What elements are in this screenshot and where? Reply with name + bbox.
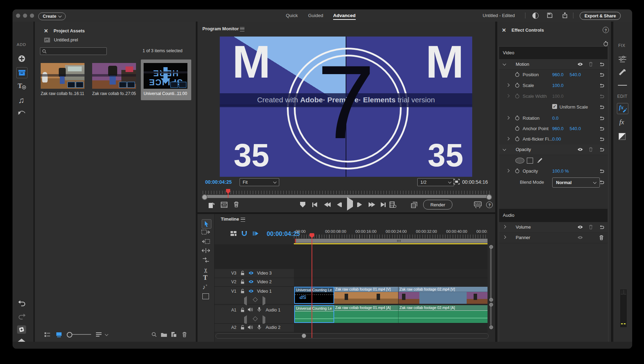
timeline-clip-video[interactable]: Zak raw collab footage 01.mp4 [V]: [334, 287, 399, 304]
music-remix-tool[interactable]: ♪+: [202, 284, 207, 291]
timeline-clip-audio[interactable]: Zak raw collab footage 01.mp4 [A]: [334, 305, 399, 323]
dual-monitor-icon[interactable]: [453, 179, 460, 184]
panel-menu-icon[interactable]: [240, 27, 244, 31]
asset-name[interactable]: Zak raw collab fo...: [41, 91, 76, 96]
frame-export-icon[interactable]: [221, 202, 227, 208]
zoom-level-dropdown[interactable]: Fit: [240, 178, 279, 186]
razor-tool[interactable]: ✂: [202, 266, 210, 273]
rate-stretch-tool[interactable]: [201, 257, 210, 263]
close-panel-icon[interactable]: ✕: [44, 28, 48, 34]
asset-thumbnail-selected[interactable]: SPLICE HERE: [144, 63, 187, 89]
anchor-x-value[interactable]: 960.0: [552, 126, 564, 131]
new-folder-icon[interactable]: [161, 332, 167, 337]
tab-quick[interactable]: Quick: [286, 13, 298, 18]
help-icon[interactable]: ?: [603, 27, 609, 33]
go-to-end-button[interactable]: [381, 202, 386, 207]
track-display-icon[interactable]: [231, 231, 236, 236]
keyframe-next-icon[interactable]: [263, 317, 265, 323]
monitor-scrub-ruler[interactable]: [203, 191, 490, 194]
selection-tool[interactable]: [202, 219, 211, 229]
effects-icon[interactable]: fx: [619, 118, 624, 126]
uniform-scale-row[interactable]: ✓ Uniform Scale: [499, 102, 607, 113]
track-lock-icon[interactable]: [241, 308, 244, 312]
effect-opacity-row[interactable]: Opacity: [499, 144, 607, 155]
close-panel-icon[interactable]: ✕: [502, 27, 506, 33]
smart-trim-icon[interactable]: [252, 231, 259, 236]
opacity-value[interactable]: 100.0 %: [552, 168, 569, 174]
delete-monitor-icon[interactable]: [234, 201, 239, 207]
project-assets-icon[interactable]: [16, 67, 27, 78]
quality-dropdown[interactable]: 1/2: [417, 178, 454, 186]
organizer-icon[interactable]: [17, 325, 26, 334]
track-mute-icon[interactable]: [248, 325, 253, 330]
timeline-h-scrollbar[interactable]: [216, 333, 489, 339]
fast-forward-button[interactable]: [369, 202, 375, 207]
reset-icon[interactable]: [599, 83, 604, 88]
snap-magnet-icon[interactable]: [241, 231, 247, 236]
search-assets-icon[interactable]: [152, 332, 157, 337]
sort-icon[interactable]: [96, 332, 102, 337]
save-icon[interactable]: [547, 13, 553, 18]
video-preview[interactable]: Created with Adobe· Premiere· Elements t…: [220, 37, 472, 177]
reset-icon[interactable]: [599, 72, 604, 77]
monitor-current-time[interactable]: 00:00:04:25: [205, 179, 232, 185]
reset-icon[interactable]: [599, 116, 604, 120]
keyframe-prev-icon[interactable]: [244, 298, 247, 304]
property-scale-row[interactable]: Scale 100.0: [499, 80, 607, 91]
track-visibility-icon[interactable]: [248, 280, 254, 284]
stopwatch-icon[interactable]: [515, 72, 520, 77]
share-icon[interactable]: [562, 12, 568, 18]
scale-value[interactable]: 100.0: [552, 83, 564, 88]
render-button[interactable]: Render: [423, 200, 452, 209]
effect-panner-row[interactable]: Panner: [499, 232, 607, 243]
effect-reset-icon[interactable]: [599, 147, 604, 152]
create-button[interactable]: Create: [38, 13, 66, 20]
new-item-monitor-icon[interactable]: [208, 201, 215, 208]
redo-icon[interactable]: [18, 313, 26, 319]
export-share-button[interactable]: Export & Share: [580, 12, 621, 20]
effect-volume-row[interactable]: Volume: [499, 222, 607, 233]
audio-section-header[interactable]: Audio: [499, 209, 607, 222]
display-quality-icon[interactable]: [474, 201, 482, 208]
effect-reset-icon[interactable]: [599, 62, 604, 66]
reset-icon[interactable]: [599, 105, 604, 109]
track-lock-icon[interactable]: [241, 271, 244, 275]
stopwatch-icon[interactable]: [515, 136, 520, 141]
effect-visibility-icon[interactable]: [577, 225, 583, 229]
position-x-value[interactable]: 960.0: [552, 72, 564, 77]
property-anchor-row[interactable]: Anchor Point 960.0 540.0: [499, 123, 607, 134]
marker-icon[interactable]: [300, 202, 305, 207]
property-antiflicker-row[interactable]: Anti-flicker Fi... 0.00: [499, 134, 607, 145]
track-mute-icon[interactable]: [248, 307, 253, 312]
blend-mode-dropdown[interactable]: Normal: [552, 177, 600, 188]
timeline-h-scrollbar-handle[interactable]: [302, 334, 306, 338]
track-lock-icon[interactable]: [241, 289, 244, 293]
window-close-button[interactable]: [16, 14, 20, 18]
add-media-icon[interactable]: [18, 55, 25, 62]
effect-visibility-icon[interactable]: [577, 62, 583, 66]
work-area-bar[interactable]: [295, 239, 488, 243]
asset-thumbnail[interactable]: [92, 63, 136, 89]
tab-advanced[interactable]: Advanced: [333, 13, 356, 20]
effect-delete-icon[interactable]: [599, 235, 604, 240]
transitions-icon[interactable]: [17, 109, 26, 116]
timeline-clip-audio-selected[interactable]: Universal Counting Le: [294, 305, 334, 323]
track-mic-icon[interactable]: [257, 307, 261, 312]
grid-view-icon[interactable]: [56, 332, 62, 337]
asset-thumbnail[interactable]: [41, 63, 84, 89]
property-position-row[interactable]: Position 960.0 540.0: [499, 69, 607, 80]
list-view-icon[interactable]: [45, 332, 50, 337]
film-stack-icon[interactable]: [411, 201, 418, 208]
toggle-animation-icon[interactable]: [603, 41, 608, 46]
folder-up-icon[interactable]: [44, 38, 50, 42]
track-mic-icon[interactable]: [257, 325, 261, 330]
pen-mask-icon[interactable]: [536, 157, 542, 163]
adjust-icon[interactable]: [618, 55, 627, 62]
ripple-edit-tool[interactable]: [201, 239, 210, 244]
timeline-clip-video-selected[interactable]: Universal Counting Le SP: [294, 287, 334, 304]
add-text-icon[interactable]: T: [17, 82, 26, 90]
rotation-value[interactable]: 0.0: [552, 116, 558, 121]
timeline-ruler[interactable]: :00:00 00:00:08:00 00:00:16:00 00:00:24:…: [294, 229, 488, 238]
asset-name[interactable]: Zak raw collab fo...: [92, 91, 127, 96]
monitor-scrub-track[interactable]: [203, 195, 490, 198]
